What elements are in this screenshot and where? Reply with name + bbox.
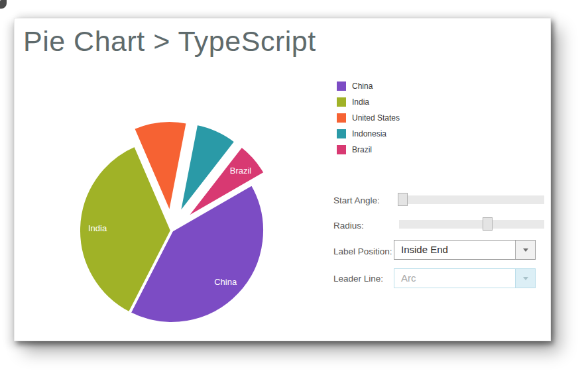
legend-color-swatch	[337, 81, 346, 91]
start-angle-slider[interactable]	[399, 195, 544, 204]
legend-item-brazil: Brazil	[337, 145, 400, 154]
radius-label: Radius:	[333, 221, 364, 231]
leader-line-select: Arc	[394, 268, 536, 288]
label-position-value: Inside End	[401, 241, 448, 259]
legend-color-swatch	[337, 145, 346, 154]
legend-color-swatch	[337, 97, 346, 107]
chevron-down-icon	[523, 277, 528, 280]
pie-slice-label: China	[214, 277, 237, 287]
label-position-dropdown-button[interactable]	[515, 241, 535, 259]
leader-line-value: Arc	[401, 269, 416, 288]
legend-item-label: Indonesia	[352, 129, 386, 138]
radius-slider[interactable]	[399, 220, 544, 229]
legend-color-swatch	[337, 129, 346, 138]
legend-item-label: United States	[352, 113, 400, 123]
pie-slice-label: Brazil	[230, 166, 252, 176]
radius-slider-handle[interactable]	[483, 217, 493, 231]
start-angle-label: Start Angle:	[333, 195, 380, 206]
legend-item-label: Brazil	[352, 145, 372, 154]
legend-item-united-states: United States	[337, 113, 400, 123]
chevron-down-icon	[523, 248, 528, 252]
legend-item-china: China	[337, 81, 400, 91]
screenshot-corner-artifact	[0, 0, 7, 9]
legend-item-label: India	[352, 97, 369, 107]
demo-page-card: Pie Chart > TypeScript ChinaIndiaBrazil …	[14, 18, 551, 341]
pie-chart[interactable]: ChinaIndiaBrazil	[52, 111, 291, 334]
label-position-label: Label Position:	[333, 246, 392, 257]
legend-item-label: China	[352, 81, 373, 91]
pie-slice-label: India	[88, 223, 107, 233]
start-angle-slider-handle[interactable]	[398, 193, 408, 206]
label-position-select[interactable]: Inside End	[394, 240, 536, 260]
chart-legend: ChinaIndiaUnited StatesIndonesiaBrazil	[337, 81, 400, 154]
page-title: Pie Chart > TypeScript	[23, 25, 316, 58]
legend-color-swatch	[337, 113, 346, 123]
legend-item-indonesia: Indonesia	[337, 129, 400, 138]
leader-line-label: Leader Line:	[333, 274, 383, 284]
legend-item-india: India	[337, 97, 400, 107]
leader-line-dropdown-button	[515, 269, 535, 288]
